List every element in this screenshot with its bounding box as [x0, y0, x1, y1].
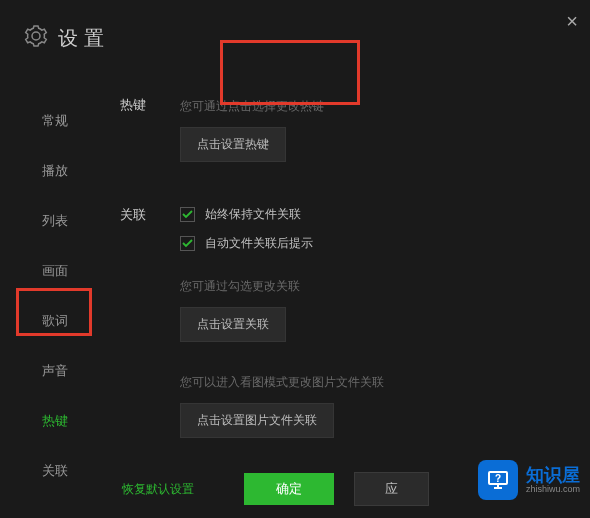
- chk-row-keep-association: 始终保持文件关联: [180, 206, 570, 223]
- section-association: 关联 始终保持文件关联 自动文件关联后提示: [110, 206, 570, 456]
- dialog-body: 常规 播放 列表 画面 歌词 声音 热键 关联 热键 您可通过点击选择更改热键 …: [0, 82, 590, 502]
- dialog-header: 设置: [0, 0, 590, 82]
- restore-defaults-link[interactable]: 恢复默认设置: [122, 481, 194, 498]
- content-panel: 热键 您可通过点击选择更改热键 点击设置热键 关联 始终保持文件关联: [110, 82, 590, 502]
- watermark-name: 知识屋: [526, 466, 580, 484]
- set-association-button[interactable]: 点击设置关联: [180, 307, 286, 342]
- settings-dialog: × 设置 常规 播放 列表 画面 歌词 声音 热键 关联 热键 您可通过点击选择…: [0, 0, 590, 518]
- chk-label-keep-association: 始终保持文件关联: [205, 206, 301, 223]
- gear-icon: [24, 24, 48, 52]
- sidebar-item-list[interactable]: 列表: [27, 196, 83, 246]
- watermark-text: 知识屋 zhishiwu.com: [526, 466, 580, 494]
- hotkey-hint: 您可通过点击选择更改热键: [180, 98, 570, 115]
- close-icon[interactable]: ×: [566, 10, 578, 33]
- image-assoc-hint: 您可以进入看图模式更改图片文件关联: [180, 374, 570, 391]
- sidebar-item-playback[interactable]: 播放: [27, 146, 83, 196]
- checkbox-keep-association[interactable]: [180, 207, 195, 222]
- chk-label-auto-notify: 自动文件关联后提示: [205, 235, 313, 252]
- ok-button[interactable]: 确定: [244, 473, 334, 505]
- set-hotkey-button[interactable]: 点击设置热键: [180, 127, 286, 162]
- section-title-association: 关联: [110, 206, 180, 456]
- sidebar-item-display[interactable]: 画面: [27, 246, 83, 296]
- monitor-icon: ?: [478, 460, 518, 500]
- set-image-association-button[interactable]: 点击设置图片文件关联: [180, 403, 334, 438]
- checkbox-auto-notify[interactable]: [180, 236, 195, 251]
- sidebar-item-lyrics[interactable]: 歌词: [27, 296, 83, 346]
- watermark-domain: zhishiwu.com: [526, 484, 580, 494]
- section-title-hotkey: 热键: [110, 96, 180, 180]
- apply-button[interactable]: 应: [354, 472, 429, 506]
- section-hotkey: 热键 您可通过点击选择更改热键 点击设置热键: [110, 96, 570, 180]
- chk-row-auto-notify: 自动文件关联后提示: [180, 235, 570, 252]
- svg-text:?: ?: [495, 473, 501, 484]
- assoc-hint: 您可通过勾选更改关联: [180, 278, 570, 295]
- sidebar-item-general[interactable]: 常规: [27, 96, 83, 146]
- watermark-logo: ? 知识屋 zhishiwu.com: [478, 460, 580, 500]
- sidebar-item-hotkey[interactable]: 热键: [27, 396, 83, 446]
- sidebar-item-sound[interactable]: 声音: [27, 346, 83, 396]
- dialog-title: 设置: [58, 25, 110, 52]
- sidebar: 常规 播放 列表 画面 歌词 声音 热键 关联: [0, 82, 110, 502]
